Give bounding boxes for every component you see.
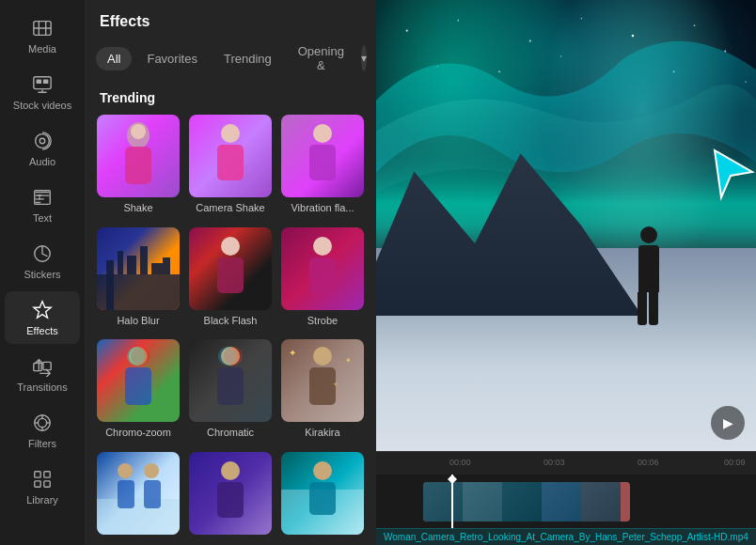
sidebar-item-stickers[interactable]: Stickers [5,235,80,288]
svg-point-37 [221,237,240,256]
effect-black-flash[interactable]: Black Flash [188,227,273,333]
sidebar-item-audio[interactable]: Audio [5,122,80,175]
sidebar: Media Stock videos Audio [0,0,85,545]
sidebar-item-audio-label: Audio [29,156,55,167]
svg-point-48 [218,347,237,366]
effects-panel: Effects All Favorites Trending Opening &… [85,0,376,545]
stickers-icon [31,242,54,265]
person-legs [638,292,660,325]
track-thumb-3 [502,482,542,522]
svg-rect-32 [118,251,123,274]
svg-marker-9 [34,302,51,318]
sidebar-item-text[interactable]: T Text [5,179,80,231]
text-icon: T [31,186,54,209]
sidebar-item-filters-label: Filters [28,438,56,449]
ruler-09: 00:09 [724,458,746,467]
effect-strobe[interactable]: Strobe [280,227,365,333]
playhead [451,475,453,528]
effect-camera-shake[interactable]: Camera Shake [188,115,273,220]
video-background [376,0,756,451]
svg-point-28 [313,124,332,143]
timeline-ruler: 00:00 00:03 00:06 00:09 [376,452,756,475]
effect-thumb-black-flash [189,227,272,310]
effect-vibration-label: Vibration fla... [291,202,354,213]
effects-grid: Shake Camera Shake Vibration fla... [85,115,376,545]
tab-favorites[interactable]: Favorites [135,47,208,70]
svg-point-49 [313,347,332,366]
audio-icon [31,130,54,152]
track-thumb-4 [542,482,581,522]
effect-thumb-strobe [281,227,364,310]
svg-point-26 [221,124,240,143]
play-icon: ▶ [723,415,733,430]
svg-rect-33 [127,256,136,274]
sidebar-item-media[interactable]: Media [5,9,80,62]
chevron-down-icon: ▾ [361,52,367,65]
filter-tabs: All Favorites Trending Opening & ▾ [85,39,376,86]
svg-point-39 [313,237,332,256]
svg-point-25 [131,124,146,139]
media-icon [31,17,54,39]
svg-rect-38 [217,257,244,293]
svg-point-62 [313,461,332,480]
effect-chromo-zoom-label: Chromo-zoom [105,427,171,438]
track-thumb-2 [463,482,502,522]
svg-point-5 [39,138,45,144]
tab-opening[interactable]: Opening & [287,39,355,77]
svg-text:✦: ✦ [345,356,352,365]
sidebar-item-text-label: Text [33,212,52,224]
svg-rect-29 [309,145,336,180]
sidebar-item-transitions-label: Transitions [17,382,67,393]
sidebar-item-library[interactable]: Library [5,460,80,513]
track-thumb-1 [423,482,463,522]
svg-rect-3 [43,80,48,85]
effect-extra1[interactable] [96,452,181,546]
svg-point-13 [38,418,46,427]
tab-trending[interactable]: Trending [213,47,283,70]
svg-rect-50 [309,367,336,405]
effect-extra3[interactable] [280,452,365,546]
sidebar-item-transitions[interactable]: Transitions [5,348,80,400]
effect-chromatic-label: Chromatic [207,427,254,438]
sidebar-item-effects-label: Effects [26,325,57,336]
effect-thumb-extra1 [97,452,180,535]
person-head [640,226,657,243]
play-button[interactable]: ▶ [711,406,745,440]
tab-all[interactable]: All [96,47,132,70]
svg-rect-11 [43,362,51,369]
effect-chromatic[interactable]: Chromatic [188,339,273,444]
effect-thumb-extra2 [189,452,272,535]
sidebar-item-effects[interactable]: Effects [5,291,80,344]
filename-bar: Woman_Camera_Retro_Looking_At_Camera_By_… [376,528,756,545]
svg-rect-24 [125,147,151,184]
video-track[interactable] [423,482,630,522]
effects-icon [31,299,54,321]
effect-extra2[interactable] [188,452,273,546]
effect-halo-blur[interactable]: Halo Blur [96,227,181,333]
effect-thumb-vibration [281,115,364,197]
person-figure [625,212,672,325]
sidebar-item-stock[interactable]: Stock videos [5,66,80,118]
effect-chromo-zoom[interactable]: Chromo-zoom [96,339,181,444]
svg-rect-58 [144,480,161,508]
effect-vibration[interactable]: Vibration fla... [280,115,365,220]
svg-rect-19 [44,472,50,477]
effect-thumb-extra3 [281,452,364,535]
effect-thumb-shake [97,115,180,197]
ruler-06: 00:06 [638,458,659,467]
effect-kirakira[interactable]: ✦ ✦ ✦ Kirakira [280,339,365,444]
svg-text:✦: ✦ [289,348,296,358]
svg-rect-46 [217,367,244,405]
effect-thumb-halo [97,227,180,310]
filter-dropdown-btn[interactable]: ▾ [361,45,367,71]
stock-icon [31,73,54,96]
effect-shake[interactable]: Shake [96,115,181,220]
main-area: ▶ 00:00 00:03 00:06 00:09 [376,0,756,545]
effect-strobe-label: Strobe [307,315,338,326]
svg-rect-27 [217,145,244,180]
ruler-start: 00:00 [449,458,471,467]
svg-point-59 [221,461,240,480]
svg-text:✦: ✦ [333,382,338,387]
sidebar-item-filters[interactable]: Filters [5,404,80,457]
library-icon [31,468,54,490]
